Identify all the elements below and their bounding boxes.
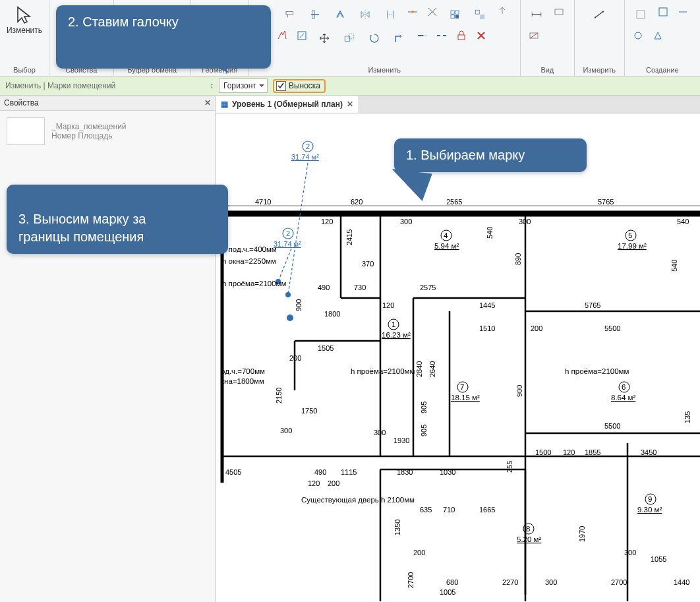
svg-text:31.74 м²: 31.74 м²	[291, 153, 319, 161]
demolish-icon[interactable]	[274, 28, 290, 44]
svg-line-105	[278, 249, 291, 282]
orientation-icon: ↕	[210, 81, 214, 90]
create3-icon[interactable]	[675, 4, 691, 20]
svg-rect-34	[458, 35, 465, 40]
svg-text:17.99 м²: 17.99 м²	[618, 242, 647, 250]
svg-rect-45	[659, 8, 667, 16]
group-label: Изменить	[368, 65, 401, 74]
create2-icon[interactable]	[655, 4, 671, 20]
align-icon[interactable]	[305, 4, 326, 25]
view-tab[interactable]: ▦ Уровень 1 (Обмерный план) ✕	[216, 96, 359, 113]
ribbon-group-create: Создание	[625, 0, 700, 76]
svg-text:300: 300	[624, 549, 636, 557]
pin-icon[interactable]	[494, 4, 510, 20]
svg-text:1005: 1005	[440, 588, 455, 596]
svg-text:1055: 1055	[651, 555, 666, 563]
svg-text:2840: 2840	[415, 361, 423, 377]
svg-point-18	[431, 11, 433, 13]
trim2-icon[interactable]	[424, 4, 440, 20]
svg-text:120: 120	[382, 301, 394, 309]
svg-text:2415: 2415	[345, 229, 353, 245]
svg-text:3450: 3450	[641, 448, 656, 456]
lock-icon[interactable]	[453, 28, 469, 44]
view-tab-title: Уровень 1 (Обмерный план)	[232, 100, 343, 109]
svg-text:1500: 1500	[535, 448, 551, 456]
ribbon-group-modify: Изменить	[249, 0, 521, 76]
offset-icon[interactable]	[330, 4, 351, 25]
callout-3-text: 3. Выносим марку за границы помещения	[18, 212, 146, 244]
svg-text:1930: 1930	[394, 436, 409, 444]
svg-text:890: 890	[514, 253, 522, 265]
create5-icon[interactable]	[650, 28, 666, 44]
svg-rect-20	[455, 11, 458, 14]
svg-text:2150: 2150	[275, 388, 283, 404]
type-name-line1: _Марка_помещений	[51, 122, 127, 131]
properties-panel: Свойства ✕ _Марка_помещений Номер Площад…	[0, 96, 216, 602]
svg-rect-24	[480, 15, 484, 19]
mirror2-icon[interactable]	[380, 4, 401, 25]
dimension-icon[interactable]	[526, 4, 547, 25]
delete-icon[interactable]	[473, 28, 489, 44]
svg-text:5765: 5765	[598, 198, 614, 206]
svg-text:905: 905	[420, 425, 428, 436]
create1-icon[interactable]	[630, 4, 651, 25]
svg-text:300: 300	[400, 218, 412, 226]
mirror-icon[interactable]	[355, 4, 376, 25]
leader-checkbox-wrap[interactable]: Выноска	[273, 79, 326, 93]
orientation-dropdown[interactable]: Горизонт	[219, 78, 268, 93]
svg-text:490: 490	[318, 284, 330, 291]
svg-text:300: 300	[374, 429, 386, 436]
svg-text:255: 255	[506, 461, 513, 473]
svg-text:1440: 1440	[674, 578, 689, 586]
leader-checkbox[interactable]	[276, 81, 286, 91]
measure-icon[interactable]	[589, 4, 610, 25]
svg-text:635: 635	[420, 506, 432, 514]
array-icon[interactable]	[469, 4, 490, 25]
callout-1: 1. Выбираем марку	[394, 138, 587, 172]
modify-button[interactable]: Изменить	[2, 1, 47, 38]
type-selector[interactable]: _Марка_помещений Номер Площадь	[0, 111, 215, 152]
group-label: Вид	[540, 65, 554, 74]
svg-rect-21	[451, 15, 454, 18]
svg-text:31.74 м²: 31.74 м²	[274, 240, 301, 248]
svg-rect-38	[555, 9, 563, 15]
trim1-icon[interactable]	[405, 4, 421, 20]
hide2-icon[interactable]	[526, 28, 542, 44]
context-bar: Изменить | Марки помещений ↕ Горизонт Вы…	[0, 76, 700, 96]
svg-line-40	[530, 33, 538, 38]
svg-text:120: 120	[308, 479, 320, 487]
hide-icon[interactable]	[551, 4, 567, 20]
scale-icon[interactable]	[294, 28, 310, 44]
svg-point-101	[285, 292, 291, 297]
close-icon[interactable]: ✕	[347, 100, 353, 109]
svg-text:1445: 1445	[479, 301, 495, 309]
svg-text:16.23 м²: 16.23 м²	[382, 331, 411, 339]
svg-text:5: 5	[628, 231, 632, 239]
callout-3: 3. Выносим марку за границы помещения	[7, 185, 228, 254]
create4-icon[interactable]	[630, 28, 646, 44]
group-label: Создание	[646, 65, 679, 74]
svg-text:490: 490	[314, 468, 326, 476]
svg-text:18.15 м²: 18.15 м²	[451, 394, 480, 402]
splitgap-icon[interactable]	[434, 28, 450, 44]
svg-rect-22	[455, 15, 458, 18]
trimcorner-icon[interactable]	[389, 28, 410, 49]
svg-text:370: 370	[362, 260, 374, 268]
svg-text:1115: 1115	[341, 468, 357, 476]
move-icon[interactable]	[314, 28, 335, 49]
properties-header: Свойства ✕	[0, 96, 215, 111]
extend-icon[interactable]	[414, 28, 430, 44]
split-icon[interactable]	[444, 4, 465, 25]
svg-text:h проёма=2100мм: h проёма=2100мм	[565, 367, 629, 375]
svg-text:300: 300	[280, 427, 292, 435]
svg-text:5500: 5500	[604, 324, 620, 332]
rotate-icon[interactable]	[364, 28, 385, 49]
copy-move-icon[interactable]	[339, 28, 360, 49]
svg-text:900: 900	[515, 385, 523, 397]
paint-icon[interactable]	[279, 4, 301, 25]
svg-text:900: 900	[295, 299, 303, 311]
svg-text:1855: 1855	[585, 448, 600, 456]
drawing-canvas[interactable]: 4710 620 2565 5765 120 300 300 540	[216, 113, 700, 602]
close-icon[interactable]: ✕	[204, 98, 211, 107]
svg-text:540: 540	[670, 260, 678, 272]
